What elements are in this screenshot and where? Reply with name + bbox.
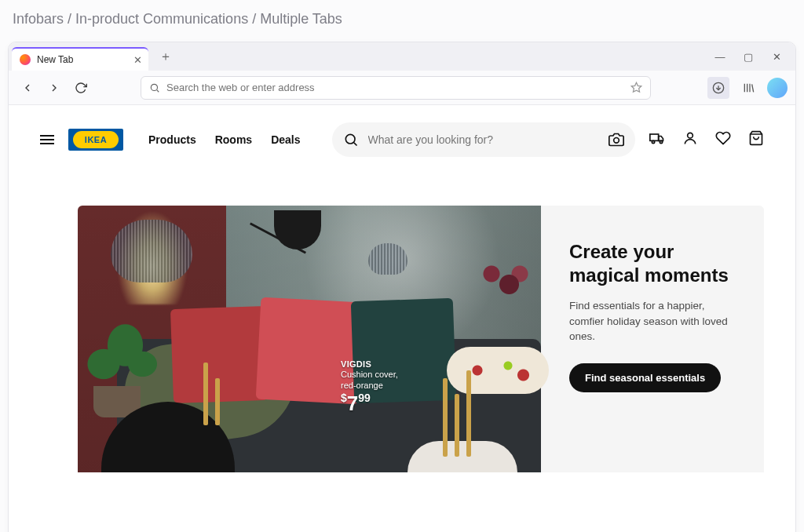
address-input[interactable] [166,82,624,93]
product-price: $799 [341,392,398,416]
shopping-bag-icon[interactable] [748,130,764,149]
hero-banner: VIGDIS Cushion cover, red-orange $799 Cr… [78,206,764,472]
search-icon [343,132,359,148]
candle [203,363,208,425]
svg-point-11 [614,138,619,144]
svg-point-0 [151,84,157,90]
site-search-input[interactable] [368,133,600,146]
flowers-decor [470,253,541,323]
minimize-button[interactable]: — [711,51,729,63]
pendant-lamp2-icon [368,243,407,275]
browser-toolbar [9,71,795,105]
pendant-lamp-icon [111,220,192,282]
candle [466,370,471,457]
desk-lamp-icon [274,210,321,250]
hero-image[interactable]: VIGDIS Cushion cover, red-orange $799 [78,206,541,472]
svg-line-8 [752,84,754,92]
round-tray [407,441,517,472]
nav-products[interactable]: Products [148,133,196,146]
url-bar[interactable] [141,76,651,100]
browser-window: New Tab ✕ ＋ — ▢ ✕ [8,42,796,532]
svg-marker-2 [631,82,641,92]
menu-burger-icon[interactable] [40,135,54,144]
profile-button[interactable] [767,78,788,98]
hero-title: Create your magical moments [569,240,737,287]
product-desc-1: Cushion cover, [341,369,398,380]
nav-deals[interactable]: Deals [271,133,300,146]
nav-links: Products Rooms Deals [148,133,301,146]
back-button[interactable] [16,77,38,99]
logo-text: IKEA [73,131,119,148]
downloads-button[interactable] [707,77,729,99]
library-button[interactable] [737,77,759,99]
svg-line-1 [157,89,159,92]
product-name: VIGDIS [341,359,398,369]
breadcrumb: Infobars / In-product Communications / M… [0,0,804,42]
account-icon[interactable] [682,130,698,149]
price-cents: 99 [358,392,371,404]
svg-point-14 [660,140,662,143]
tab-strip: New Tab ✕ ＋ — ▢ ✕ [9,42,795,71]
svg-rect-12 [650,134,659,140]
candle [215,378,220,425]
nav-rooms[interactable]: Rooms [215,133,252,146]
site-search[interactable] [332,122,636,157]
window-controls: — ▢ ✕ [711,51,795,63]
currency-symbol: $ [341,392,347,404]
firefox-favicon-icon [20,54,31,65]
forward-button[interactable] [43,77,65,99]
reload-button[interactable] [70,77,92,99]
hero-cta-button[interactable]: Find seasonal essentials [569,363,721,392]
price-whole: 7 [347,392,358,415]
site-header: IKEA Products Rooms Deals [9,105,795,171]
svg-line-10 [353,143,356,146]
toolbar-right [707,77,788,99]
wishlist-heart-icon[interactable] [715,130,731,149]
svg-point-9 [345,134,355,144]
delivery-icon[interactable] [649,130,665,149]
bolster-floral [447,347,549,394]
close-window-button[interactable]: ✕ [767,51,786,63]
svg-point-13 [652,140,654,143]
page-content: IKEA Products Rooms Deals [9,105,795,532]
maximize-button[interactable]: ▢ [739,51,758,63]
new-tab-button[interactable]: ＋ [155,46,177,67]
browser-tab[interactable]: New Tab ✕ [12,47,148,71]
candle [455,394,459,457]
site-utility-icons [649,130,764,149]
tab-label: New Tab [37,54,127,65]
svg-point-15 [688,133,693,138]
hero-copy: Create your magical moments Find essenti… [541,206,764,472]
camera-search-icon[interactable] [608,132,624,148]
close-tab-icon[interactable]: ✕ [133,55,142,65]
bookmark-star-icon[interactable] [630,82,642,93]
candle [443,378,448,457]
hero-body: Find essentials for a happier, comfier h… [569,298,737,344]
product-desc-2: red-orange [341,380,398,391]
site-logo[interactable]: IKEA [68,129,123,151]
search-icon [149,82,160,93]
price-tag[interactable]: VIGDIS Cushion cover, red-orange $799 [341,359,398,416]
